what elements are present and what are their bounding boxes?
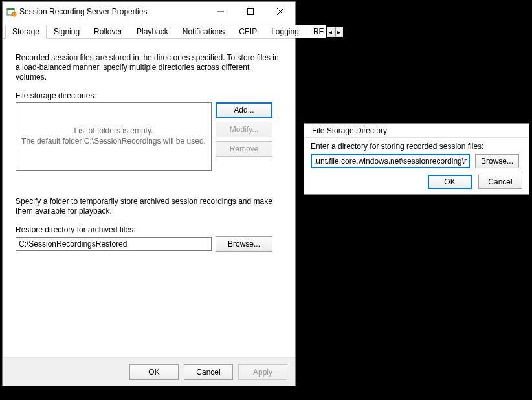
cancel-button[interactable]: Cancel xyxy=(184,364,233,380)
dialog-footer: OK Cancel Apply xyxy=(3,357,295,386)
intro-text: Recorded session files are stored in the… xyxy=(16,53,282,82)
tab-logging[interactable]: Logging xyxy=(264,25,306,38)
tab-signing[interactable]: Signing xyxy=(47,25,87,38)
tab-notifications[interactable]: Notifications xyxy=(175,25,232,38)
minimize-button[interactable] xyxy=(206,2,236,21)
restore-label: Restore directory for archived files: xyxy=(16,225,282,234)
app-icon xyxy=(6,6,17,17)
svg-rect-1 xyxy=(7,8,14,10)
prompt-text: Enter a directory for storing recorded s… xyxy=(311,142,522,151)
add-button[interactable]: Add... xyxy=(216,102,272,118)
window-title: File Storage Directory xyxy=(308,126,529,135)
tab-scroll-right[interactable]: ▸ xyxy=(335,27,343,37)
maximize-button[interactable] xyxy=(236,2,265,21)
empty-line1: List of folders is empty. xyxy=(74,126,153,135)
cancel-button[interactable]: Cancel xyxy=(478,175,522,189)
titlebar[interactable]: Session Recording Server Properties xyxy=(3,2,295,21)
archive-text: Specify a folder to temporarily store ar… xyxy=(16,197,282,216)
ok-button[interactable]: OK xyxy=(428,175,472,189)
tab-strip: Storage Signing Rollover Playback Notifi… xyxy=(3,21,295,39)
properties-dialog: Session Recording Server Properties Stor… xyxy=(2,1,296,386)
empty-placeholder: List of folders is empty. The default fo… xyxy=(21,126,206,146)
tab-rollover[interactable]: Rollover xyxy=(87,25,129,38)
apply-button: Apply xyxy=(238,364,287,380)
directories-listbox[interactable]: List of folders is empty. The default fo… xyxy=(16,102,212,171)
restore-directory-input[interactable] xyxy=(16,237,212,251)
browse-button[interactable]: Browse... xyxy=(475,154,519,168)
tab-content: Recorded session files are stored in the… xyxy=(3,39,295,357)
window-title: Session Recording Server Properties xyxy=(17,7,206,16)
tab-storage[interactable]: Storage xyxy=(5,25,47,39)
empty-line2: The default folder C:\SessionRecordings … xyxy=(21,137,206,146)
ok-button[interactable]: OK xyxy=(129,364,179,380)
tab-scroll-left[interactable]: ◂ xyxy=(327,27,335,37)
directory-input[interactable] xyxy=(311,154,470,168)
close-button[interactable] xyxy=(265,2,295,21)
titlebar[interactable]: File Storage Directory xyxy=(304,124,529,138)
remove-button: Remove xyxy=(216,141,272,157)
tab-overflow[interactable]: RE xyxy=(306,25,326,38)
tab-playback[interactable]: Playback xyxy=(129,25,175,38)
browse-button[interactable]: Browse... xyxy=(216,236,272,252)
tab-ceip[interactable]: CEIP xyxy=(232,25,264,38)
directories-label: File storage directories: xyxy=(16,91,282,100)
file-storage-dialog: File Storage Directory Enter a directory… xyxy=(304,123,529,195)
svg-rect-3 xyxy=(248,8,254,14)
modify-button: Modify... xyxy=(216,122,272,137)
